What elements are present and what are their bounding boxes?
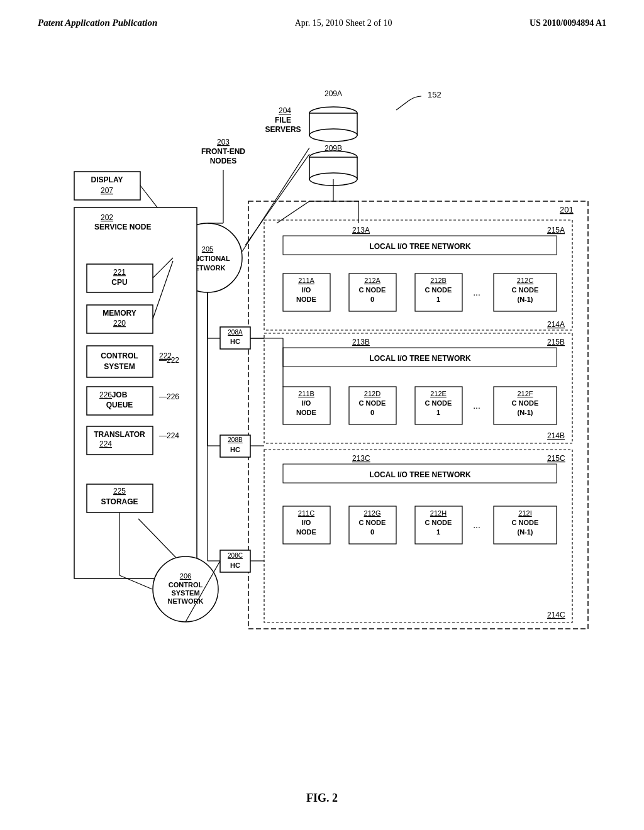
svg-text:C NODE: C NODE xyxy=(359,286,386,294)
svg-text:211A: 211A xyxy=(298,277,314,284)
svg-text:215B: 215B xyxy=(547,338,565,346)
svg-text:215C: 215C xyxy=(547,454,565,463)
svg-text:NODES: NODES xyxy=(210,157,237,165)
svg-text:SYSTEM: SYSTEM xyxy=(104,362,135,371)
svg-text:CPU: CPU xyxy=(111,278,127,287)
svg-text:226: 226 xyxy=(99,390,112,399)
publication-type: Patent Application Publication xyxy=(38,18,157,28)
svg-text:LOCAL I/O TREE NETWORK: LOCAL I/O TREE NETWORK xyxy=(369,470,470,479)
svg-text:SERVICE NODE: SERVICE NODE xyxy=(94,223,151,231)
svg-text:(N-1): (N-1) xyxy=(517,528,533,536)
svg-line-1 xyxy=(396,101,409,110)
svg-text:NODE: NODE xyxy=(296,409,316,416)
svg-text:221: 221 xyxy=(113,268,126,277)
svg-text:NODE: NODE xyxy=(296,296,316,303)
svg-text:213C: 213C xyxy=(352,454,370,463)
svg-text:1: 1 xyxy=(436,528,440,536)
svg-text:...: ... xyxy=(473,401,480,411)
svg-text:202: 202 xyxy=(101,213,113,222)
svg-text:212I: 212I xyxy=(518,509,531,517)
svg-text:214B: 214B xyxy=(547,431,565,440)
svg-rect-41 xyxy=(87,346,153,377)
svg-text:C NODE: C NODE xyxy=(512,286,539,294)
svg-text:212B: 212B xyxy=(430,277,447,284)
svg-text:—222: —222 xyxy=(159,356,179,365)
svg-text:212F: 212F xyxy=(517,390,533,397)
page-header: Patent Application Publication Apr. 15, … xyxy=(0,0,644,28)
svg-text:152: 152 xyxy=(428,90,441,99)
publication-number: US 2010/0094894 A1 xyxy=(530,18,606,28)
svg-text:MEMORY: MEMORY xyxy=(103,309,136,318)
svg-text:I/O: I/O xyxy=(302,286,311,294)
svg-text:212A: 212A xyxy=(364,277,380,284)
svg-text:NETWORK: NETWORK xyxy=(168,597,204,605)
svg-text:214A: 214A xyxy=(547,320,565,329)
diagram-area: 152 209A 209B 204 FILE SERVERS 203 FRONT… xyxy=(38,63,604,755)
svg-text:206: 206 xyxy=(180,572,191,580)
svg-text:207: 207 xyxy=(101,186,113,195)
svg-text:205: 205 xyxy=(202,245,213,253)
svg-text:DISPLAY: DISPLAY xyxy=(91,175,123,184)
svg-text:HC: HC xyxy=(230,446,240,453)
svg-text:I/O: I/O xyxy=(302,399,311,407)
svg-text:LOCAL I/O TREE NETWORK: LOCAL I/O TREE NETWORK xyxy=(369,354,470,363)
svg-text:224: 224 xyxy=(99,440,112,448)
svg-text:NODE: NODE xyxy=(296,528,316,536)
svg-text:201: 201 xyxy=(560,205,574,214)
svg-text:208C: 208C xyxy=(228,552,243,559)
svg-text:225: 225 xyxy=(113,487,126,495)
svg-text:204: 204 xyxy=(279,106,291,115)
svg-text:HC: HC xyxy=(230,338,240,345)
svg-text:C NODE: C NODE xyxy=(512,519,539,526)
svg-text:C NODE: C NODE xyxy=(359,519,386,526)
svg-text:CONTROL: CONTROL xyxy=(101,351,138,360)
svg-text:211B: 211B xyxy=(298,390,314,397)
svg-text:214C: 214C xyxy=(547,611,565,619)
svg-text:FRONT-END: FRONT-END xyxy=(201,147,245,156)
svg-text:209A: 209A xyxy=(325,89,342,98)
svg-text:—226: —226 xyxy=(159,392,179,401)
svg-text:—224: —224 xyxy=(159,431,179,440)
svg-text:212D: 212D xyxy=(364,390,380,397)
svg-text:220: 220 xyxy=(113,319,126,328)
svg-text:LOCAL I/O TREE NETWORK: LOCAL I/O TREE NETWORK xyxy=(369,242,470,251)
svg-text:213A: 213A xyxy=(352,226,370,235)
svg-text:C NODE: C NODE xyxy=(425,286,452,294)
svg-text:0: 0 xyxy=(370,296,374,303)
svg-text:1: 1 xyxy=(436,409,440,416)
svg-text:C NODE: C NODE xyxy=(512,399,539,407)
svg-text:HC: HC xyxy=(230,562,240,569)
publication-date-sheet: Apr. 15, 2010 Sheet 2 of 10 xyxy=(295,18,392,28)
svg-text:0: 0 xyxy=(370,528,374,536)
svg-text:212H: 212H xyxy=(430,509,447,517)
svg-text:(N-1): (N-1) xyxy=(517,409,533,416)
svg-text:215A: 215A xyxy=(547,226,565,235)
svg-text:0: 0 xyxy=(370,409,374,416)
svg-text:C NODE: C NODE xyxy=(425,519,452,526)
svg-text:211C: 211C xyxy=(298,509,314,517)
figure-caption: FIG. 2 xyxy=(306,792,338,805)
svg-text:CONTROL: CONTROL xyxy=(169,581,203,589)
svg-text:203: 203 xyxy=(217,138,230,147)
svg-text:208B: 208B xyxy=(228,436,243,443)
svg-text:1: 1 xyxy=(436,296,440,303)
svg-text:STORAGE: STORAGE xyxy=(101,497,138,506)
svg-text:208A: 208A xyxy=(228,329,243,336)
svg-text:(N-1): (N-1) xyxy=(517,296,533,303)
svg-text:212C: 212C xyxy=(517,277,533,284)
svg-text:213B: 213B xyxy=(352,338,370,346)
svg-text:C NODE: C NODE xyxy=(359,399,386,407)
svg-point-5 xyxy=(309,129,357,141)
svg-text:FILE: FILE xyxy=(275,116,291,124)
svg-text:...: ... xyxy=(473,287,480,297)
svg-text:SYSTEM: SYSTEM xyxy=(171,589,199,597)
svg-text:QUEUE: QUEUE xyxy=(106,401,133,409)
svg-text:...: ... xyxy=(473,520,480,530)
svg-text:212G: 212G xyxy=(364,509,381,517)
svg-text:C NODE: C NODE xyxy=(425,399,452,407)
svg-text:212E: 212E xyxy=(430,390,447,397)
svg-text:JOB: JOB xyxy=(112,390,128,399)
svg-text:SERVERS: SERVERS xyxy=(265,125,301,134)
svg-text:I/O: I/O xyxy=(302,519,311,526)
svg-text:TRANSLATOR: TRANSLATOR xyxy=(94,430,145,439)
